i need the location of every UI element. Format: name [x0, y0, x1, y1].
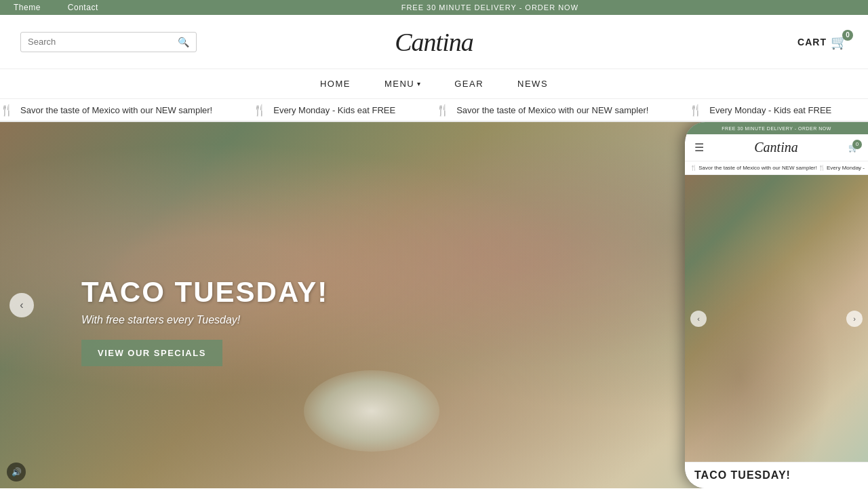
- mobile-header: ☰ Cantina 🛒 0: [685, 134, 868, 161]
- cart-count: 0: [842, 30, 853, 41]
- ticker-item: 🍴 Savor the taste of Mexico with our NEW…: [0, 104, 212, 117]
- ticker-icon-4: 🍴: [689, 104, 703, 117]
- nav-menu[interactable]: MENU ▾: [384, 79, 420, 89]
- mobile-inner: FREE 30 MINUTE DELIVERY - ORDER NOW ☰ Ca…: [685, 122, 868, 488]
- ticker-text-2: Every Monday - Kids eat FREE: [273, 105, 395, 115]
- cart-label: CART: [797, 37, 827, 47]
- hero-food: [304, 370, 439, 452]
- site-logo: Cantina: [395, 27, 473, 57]
- carousel-prev-button[interactable]: ‹: [9, 293, 34, 317]
- cart-icon-wrap: 🛒 0: [831, 34, 848, 50]
- ticker-text-1: Savor the taste of Mexico with our NEW s…: [20, 105, 212, 115]
- top-bar-promo: FREE 30 MINUTE DELIVERY - ORDER NOW: [125, 3, 854, 12]
- top-bar-contact-link[interactable]: Contact: [68, 3, 98, 12]
- mobile-hero-bottom: TACO TUESDAY!: [685, 462, 868, 488]
- mobile-carousel-prev[interactable]: ‹: [690, 311, 707, 327]
- mobile-carousel-next[interactable]: ›: [846, 311, 863, 327]
- ticker-icon-2: 🍴: [253, 104, 267, 117]
- header: 🔍 Cantina CART 🛒 0: [0, 15, 868, 69]
- mobile-hero-title: TACO TUESDAY!: [694, 469, 859, 482]
- hero-content: TACO TUESDAY! With free starters every T…: [81, 276, 328, 366]
- nav-menu-link[interactable]: MENU: [384, 79, 414, 89]
- top-bar-theme-link[interactable]: Theme: [14, 3, 41, 12]
- search-icon: 🔍: [178, 37, 189, 47]
- mobile-cart-area[interactable]: 🛒 0: [848, 143, 859, 153]
- ticker-item: 🍴 Savor the taste of Mexico with our NEW…: [436, 104, 648, 117]
- ticker-item: 🍴 Every Monday - Kids eat FREE: [689, 104, 831, 117]
- sound-toggle-button[interactable]: 🔊: [7, 463, 26, 482]
- nav-gear[interactable]: GEAR: [454, 79, 484, 89]
- mobile-hero-overlay: [685, 175, 868, 462]
- ticker-text-4: Every Monday - Kids eat FREE: [709, 105, 831, 115]
- mobile-hamburger-icon[interactable]: ☰: [694, 141, 704, 154]
- ticker-text-3: Savor the taste of Mexico with our NEW s…: [456, 105, 648, 115]
- hero-section: ‹ TACO TUESDAY! With free starters every…: [0, 122, 868, 488]
- cart-button[interactable]: CART 🛒 0: [797, 34, 848, 50]
- chevron-down-icon: ▾: [417, 80, 420, 87]
- mobile-topbar: FREE 30 MINUTE DELIVERY - ORDER NOW: [685, 122, 868, 134]
- search-input[interactable]: [28, 37, 178, 47]
- ticker-icon-3: 🍴: [436, 104, 450, 117]
- mobile-mockup: FREE 30 MINUTE DELIVERY - ORDER NOW ☰ Ca…: [685, 122, 868, 488]
- ticker-item: 🍴 Every Monday - Kids eat FREE: [253, 104, 395, 117]
- mobile-ticker: 🍴 Savor the taste of Mexico with our NEW…: [685, 161, 868, 175]
- hero-cta-button[interactable]: VIEW OUR SPECIALS: [81, 340, 222, 366]
- mobile-logo: Cantina: [754, 140, 797, 155]
- sound-icon: 🔊: [12, 467, 22, 477]
- ticker-inner: 🍴 Savor the taste of Mexico with our NEW…: [0, 104, 868, 117]
- mobile-cart-count: 0: [852, 140, 862, 149]
- top-bar: Theme Contact FREE 30 MINUTE DELIVERY - …: [0, 0, 868, 15]
- mobile-hero-image: ‹ ›: [685, 175, 868, 462]
- main-nav: HOME MENU ▾ GEAR NEWS: [0, 69, 868, 99]
- search-box[interactable]: 🔍: [20, 32, 197, 52]
- ticker-icon-1: 🍴: [0, 104, 14, 117]
- nav-news[interactable]: NEWS: [517, 79, 548, 89]
- hero-title: TACO TUESDAY!: [81, 276, 328, 309]
- nav-home[interactable]: HOME: [320, 79, 351, 89]
- hero-subtitle: With free starters every Tuesday!: [81, 314, 328, 326]
- mobile-ticker-text: 🍴 Savor the taste of Mexico with our NEW…: [690, 165, 865, 171]
- mobile-topbar-text: FREE 30 MINUTE DELIVERY - ORDER NOW: [722, 126, 831, 131]
- ticker-bar: 🍴 Savor the taste of Mexico with our NEW…: [0, 99, 868, 122]
